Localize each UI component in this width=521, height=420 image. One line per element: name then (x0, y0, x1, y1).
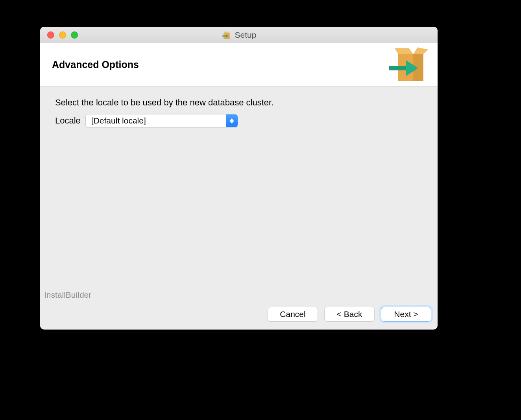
locale-select[interactable]: [Default locale] (85, 114, 238, 127)
footer: InstallBuilder Cancel < Back Next > (40, 290, 438, 330)
chevron-down-icon (230, 121, 234, 123)
locale-select-value: [Default locale] (91, 116, 146, 125)
svg-marker-5 (395, 48, 413, 54)
window-controls (47, 31, 78, 39)
content-area: Select the locale to be used by the new … (40, 87, 438, 295)
back-button[interactable]: < Back (324, 307, 375, 322)
titlebar: Setup (40, 27, 438, 43)
minimize-window-button[interactable] (59, 31, 66, 39)
page-header: Advanced Options (40, 43, 438, 87)
window-title: Setup (40, 30, 438, 40)
box-arrow-icon (388, 45, 431, 85)
locale-label: Locale (55, 116, 81, 126)
window-title-text: Setup (235, 30, 257, 40)
brand-row: InstallBuilder (43, 290, 431, 300)
svg-marker-1 (224, 31, 230, 33)
close-window-button[interactable] (47, 31, 54, 39)
cancel-button-label: Cancel (280, 309, 305, 319)
wizard-buttons: Cancel < Back Next > (43, 307, 431, 322)
page-title: Advanced Options (52, 59, 139, 70)
select-stepper-icon (226, 114, 238, 127)
brand-label: InstallBuilder (43, 290, 94, 300)
box-arrow-icon (222, 30, 232, 40)
chevron-up-icon (230, 118, 234, 121)
svg-marker-6 (413, 47, 428, 54)
back-button-label: < Back (337, 309, 362, 319)
cancel-button[interactable]: Cancel (268, 307, 318, 322)
setup-window: Setup Advanced Options Select the locale… (40, 27, 438, 330)
divider (94, 295, 431, 295)
instruction-text: Select the locale to be used by the new … (55, 98, 423, 108)
locale-field: Locale [Default locale] (55, 114, 423, 127)
next-button[interactable]: Next > (381, 307, 431, 322)
svg-marker-8 (389, 66, 406, 70)
zoom-window-button[interactable] (71, 31, 78, 39)
svg-marker-0 (224, 33, 230, 39)
next-button-label: Next > (394, 309, 418, 319)
svg-marker-2 (222, 34, 229, 37)
